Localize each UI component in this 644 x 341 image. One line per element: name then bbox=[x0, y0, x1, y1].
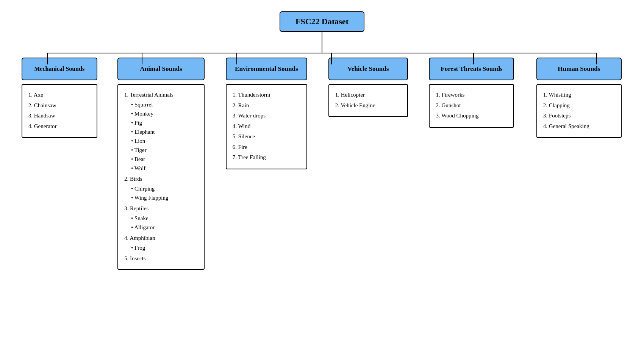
list-item: 3. Water drops bbox=[233, 111, 300, 121]
category-content-forest: 1. Fireworks 2. Gunshot 3. Wood Chopping bbox=[429, 84, 514, 128]
category-header-forest: Forest Threats Sounds bbox=[429, 58, 514, 80]
category-content-environmental: 1. Thunderstorm 2. Rain 3. Water drops 4… bbox=[226, 84, 307, 169]
list-item: 3. Footsteps bbox=[543, 111, 615, 121]
list-item: 4. Amphibian bbox=[124, 233, 198, 242]
list-item: 1. Axe bbox=[28, 90, 91, 100]
list-item: 1. Fireworks bbox=[436, 90, 507, 100]
category-content-animal: 1. Terrestrial Animals • Squirrel • Monk… bbox=[117, 84, 205, 270]
list-item: 1. Terrestrial Animals bbox=[124, 90, 198, 99]
list-item: 1. Whistling bbox=[543, 90, 615, 100]
category-content-mechanical: 1. Axe 2. Chainsaw 3. Handsaw 4. Generat… bbox=[22, 84, 97, 138]
list-item: • Squirrel bbox=[131, 100, 198, 109]
list-item: • Wing Flapping bbox=[131, 193, 198, 202]
list-item: 6. Fire bbox=[233, 142, 300, 152]
list-item: • Elephant bbox=[131, 127, 198, 136]
category-header-vehicle: Vehicle Sounds bbox=[328, 58, 408, 80]
list-item: • Bear bbox=[131, 155, 198, 164]
list-item: 4. Wind bbox=[233, 122, 300, 131]
list-item: • Chirping bbox=[131, 184, 198, 193]
list-item: 3. Reptiles bbox=[124, 204, 198, 213]
category-mechanical: Mechanical Sounds 1. Axe 2. Chainsaw 3. … bbox=[20, 58, 99, 138]
category-header-animal: Animal Sounds bbox=[117, 58, 205, 80]
list-item: 4. Generator bbox=[28, 122, 91, 131]
diagram: FSC22 Dataset Mechanical Sounds 1. Axe 2… bbox=[0, 0, 644, 341]
root-label: FSC22 Dataset bbox=[295, 17, 349, 26]
list-item: • Tiger bbox=[131, 145, 198, 155]
category-animal: Animal Sounds 1. Terrestrial Animals • S… bbox=[116, 58, 206, 270]
list-item: 2. Rain bbox=[233, 101, 300, 111]
list-item: 1. Thunderstorm bbox=[233, 90, 300, 100]
list-item: • Lion bbox=[131, 136, 198, 145]
list-item: • Alligator bbox=[131, 223, 198, 232]
list-item: 3. Wood Chopping bbox=[436, 111, 507, 121]
category-forest: Forest Threats Sounds 1. Fireworks 2. Gu… bbox=[426, 58, 517, 128]
category-environmental: Environmental Sounds 1. Thunderstorm 2. … bbox=[223, 58, 310, 169]
list-item: 2. Clapping bbox=[543, 101, 615, 111]
list-item: • Monkey bbox=[131, 109, 198, 118]
category-human: Human Sounds 1. Whistling 2. Clapping 3.… bbox=[533, 58, 624, 138]
category-content-human: 1. Whistling 2. Clapping 3. Footsteps 4.… bbox=[536, 84, 622, 138]
list-item: • Frog bbox=[131, 243, 198, 252]
list-item: • Pig bbox=[131, 118, 198, 127]
list-item: 2. Chainsaw bbox=[28, 101, 91, 111]
list-item: 1. Helicopter bbox=[335, 90, 401, 100]
children-row: Mechanical Sounds 1. Axe 2. Chainsaw 3. … bbox=[8, 58, 636, 270]
category-header-human: Human Sounds bbox=[536, 58, 622, 80]
list-item: 3. Handsaw bbox=[28, 111, 91, 121]
root-row: FSC22 Dataset bbox=[8, 11, 636, 32]
category-vehicle: Vehicle Sounds 1. Helicopter 2. Vehicle … bbox=[327, 58, 410, 117]
root-node: FSC22 Dataset bbox=[280, 11, 364, 32]
category-header-mechanical: Mechanical Sounds bbox=[22, 58, 97, 80]
list-item: 2. Gunshot bbox=[436, 101, 507, 111]
list-item: 2. Vehicle Engine bbox=[335, 101, 401, 111]
list-item: • Wolf bbox=[131, 164, 198, 173]
list-item: 5. Insects bbox=[124, 254, 198, 263]
list-item: 4. General Speaking bbox=[543, 122, 615, 131]
list-item: • Snake bbox=[131, 214, 198, 223]
list-item: 7. Tree Falling bbox=[233, 153, 300, 163]
category-header-environmental: Environmental Sounds bbox=[226, 58, 307, 80]
list-item: 5. Silence bbox=[233, 132, 300, 142]
category-content-vehicle: 1. Helicopter 2. Vehicle Engine bbox=[328, 84, 408, 117]
list-item: 2. Birds bbox=[124, 174, 198, 183]
